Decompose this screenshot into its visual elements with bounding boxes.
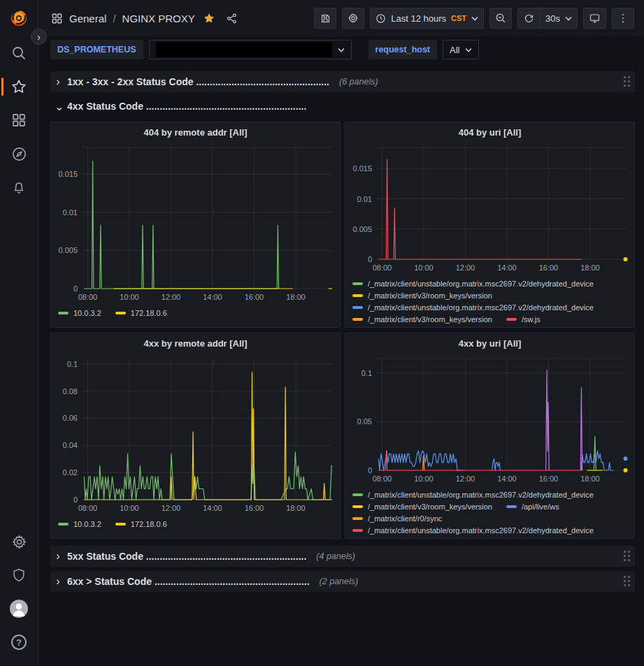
svg-text:10:00: 10:00 <box>414 263 434 272</box>
legend-item[interactable]: /_matrix/client/unstable/org.matrix.msc2… <box>352 526 594 535</box>
row-1xx-3xx-2xx[interactable]: › 1xx - 3xx - 2xx Status Code ..........… <box>50 71 635 92</box>
panel-4xx-by-uri: 4xx by uri [All] 08:0010:0012:0014:0016:… <box>345 333 635 539</box>
panel-legend: 10.0.3.2172.18.0.6 <box>51 307 340 317</box>
gear-icon <box>348 13 359 24</box>
refresh-button[interactable] <box>517 8 540 29</box>
legend-item[interactable]: 10.0.3.2 <box>58 520 101 528</box>
legend-item[interactable]: /sw.js <box>506 315 541 324</box>
row-4xx[interactable]: ⌄ 4xx Status Code ......................… <box>50 96 635 116</box>
legend-item[interactable]: /_matrix/client/unstable/org.matrix.msc2… <box>352 303 594 312</box>
svg-text:08:00: 08:00 <box>78 293 98 301</box>
timeseries-chart[interactable]: 08:0010:0012:0014:0016:0018:0000.050.1 <box>345 353 634 486</box>
legend-series-swatch <box>352 517 363 520</box>
save-dashboard-button[interactable] <box>314 8 336 29</box>
legend-item[interactable]: /_matrix/client/r0/sync <box>352 514 442 523</box>
breadcrumb: General / NGINX PROXY <box>51 12 238 24</box>
sidebar-item-profile[interactable] <box>0 592 38 625</box>
save-icon <box>320 13 331 24</box>
more-options-button[interactable]: ⋮ <box>612 8 634 29</box>
drag-handle-icon[interactable] <box>624 76 631 87</box>
host-variable-label[interactable]: request_host <box>368 40 438 59</box>
sidebar-item-starred[interactable] <box>0 70 38 103</box>
panel-title[interactable]: 404 by remote addr [All] <box>51 122 340 142</box>
row-title: 6xx > Status Code ......................… <box>67 576 310 587</box>
time-range-label: Last 12 hours <box>391 13 446 24</box>
legend-item[interactable]: 172.18.0.6 <box>115 520 167 528</box>
zoom-out-icon <box>495 13 506 24</box>
panel-grid: 404 by remote addr [All] 08:0010:0012:00… <box>50 122 635 539</box>
time-range-picker[interactable]: Last 12 hours CST <box>370 8 484 29</box>
legend-series-name: /_matrix/client/unstable/org.matrix.msc2… <box>368 526 594 535</box>
legend-item[interactable]: /_matrix/client/v3/room_keys/version <box>352 291 492 300</box>
panel-title[interactable]: 4xx by uri [All] <box>345 333 634 353</box>
legend-item[interactable]: /_matrix/client/v3/room_keys/version <box>352 502 492 511</box>
svg-text:0: 0 <box>73 495 78 504</box>
chevron-down-icon <box>471 16 478 21</box>
legend-item[interactable]: /_matrix/client/unstable/org.matrix.msc2… <box>352 280 594 288</box>
sidebar-item-dashboards[interactable] <box>0 103 38 137</box>
svg-text:18:00: 18:00 <box>580 263 600 272</box>
svg-text:12:00: 12:00 <box>456 475 475 483</box>
legend-series-name: 10.0.3.2 <box>73 309 101 317</box>
zoom-out-button[interactable] <box>489 8 512 29</box>
legend-series-name: /_matrix/client/v3/room_keys/version <box>368 315 492 324</box>
legend-item[interactable]: /_matrix/client/v3/room_keys/version <box>352 315 492 324</box>
panel-404-by-uri: 404 by uri [All] 08:0010:0012:0014:0016:… <box>345 122 635 328</box>
legend-series-name: /sw.js <box>522 315 541 324</box>
legend-item[interactable]: 10.0.3.2 <box>58 309 101 317</box>
sidebar-item-alerting[interactable] <box>0 171 38 204</box>
legend-series-name: /_matrix/client/v3/room_keys/version <box>368 502 492 511</box>
breadcrumb-page[interactable]: NGINX PROXY <box>122 13 195 24</box>
sidebar-item-help[interactable]: ? <box>0 625 38 659</box>
dashboard-settings-button[interactable] <box>342 8 364 29</box>
share-icon[interactable] <box>226 13 238 24</box>
svg-text:16:00: 16:00 <box>245 293 264 301</box>
refresh-interval-picker[interactable]: 30s <box>540 8 578 29</box>
panel-title[interactable]: 404 by uri [All] <box>345 122 634 142</box>
sidebar: ? <box>0 0 38 666</box>
svg-text:0.02: 0.02 <box>63 468 78 477</box>
host-variable-select[interactable]: All <box>443 40 479 59</box>
svg-text:0: 0 <box>368 255 372 263</box>
datasource-variable-select[interactable] <box>149 40 352 59</box>
svg-text:10:00: 10:00 <box>120 293 139 301</box>
panel-legend: /_matrix/client/unstable/org.matrix.msc2… <box>345 277 634 324</box>
row-title: 5xx Status Code ........................… <box>67 551 306 562</box>
drag-handle-icon[interactable] <box>624 576 631 587</box>
refresh-icon <box>524 13 534 24</box>
legend-item[interactable]: /api/live/ws <box>506 502 559 511</box>
chevron-right-icon: › <box>55 550 62 563</box>
timeseries-chart[interactable]: 08:0010:0012:0014:0016:0018:0000.0050.01… <box>345 142 634 275</box>
sidebar-item-configuration[interactable] <box>0 525 38 558</box>
timeseries-chart[interactable]: 08:0010:0012:0014:0016:0018:0000.0050.01… <box>51 142 340 304</box>
legend-item[interactable]: 172.18.0.6 <box>115 309 167 317</box>
svg-text:16:00: 16:00 <box>539 263 559 272</box>
datasource-variable-label[interactable]: DS_PROMETHEUS <box>50 40 143 59</box>
timeseries-chart[interactable]: 08:0010:0012:0014:0016:0018:0000.020.040… <box>51 353 340 515</box>
sidebar-expand-button[interactable]: › <box>31 29 47 45</box>
legend-series-name: 172.18.0.6 <box>131 520 167 528</box>
legend-series-name: 172.18.0.6 <box>131 309 167 317</box>
row-5xx[interactable]: › 5xx Status Code ......................… <box>50 546 635 567</box>
breadcrumb-section[interactable]: General <box>69 13 106 24</box>
drag-handle-icon[interactable] <box>624 551 631 562</box>
cycle-view-mode-button[interactable] <box>583 8 606 29</box>
svg-text:0.005: 0.005 <box>58 246 78 254</box>
svg-text:0.005: 0.005 <box>352 225 372 233</box>
svg-text:0.1: 0.1 <box>67 360 78 368</box>
redacted-datasource-value <box>156 42 332 57</box>
legend-item[interactable]: /_matrix/client/unstable/org.matrix.msc2… <box>352 491 594 499</box>
favorite-star-icon[interactable] <box>203 12 215 24</box>
row-6xx[interactable]: › 6xx > Status Code ....................… <box>50 571 635 592</box>
panel-title[interactable]: 4xx by remote addr [All] <box>51 333 340 353</box>
legend-series-swatch <box>506 505 517 508</box>
timezone-label: CST <box>451 14 466 22</box>
star-icon <box>10 78 27 95</box>
legend-series-swatch <box>115 312 126 314</box>
svg-text:0.015: 0.015 <box>58 170 78 178</box>
help-icon: ? <box>11 635 27 650</box>
sidebar-item-server-admin[interactable] <box>0 558 38 592</box>
legend-series-swatch <box>115 523 126 526</box>
sidebar-item-explore[interactable] <box>0 137 38 171</box>
gear-icon <box>11 534 27 550</box>
